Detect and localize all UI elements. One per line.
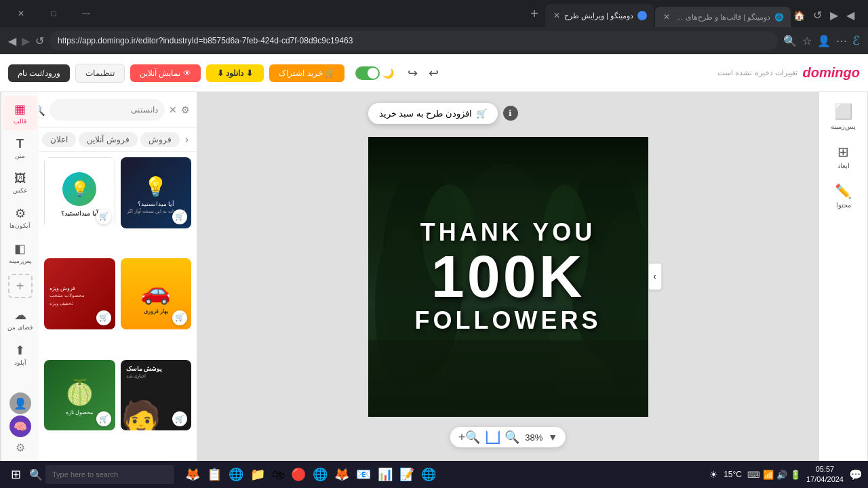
taskbar-icon-fox[interactable]: 🦊: [332, 466, 352, 483]
template-search-input[interactable]: [50, 99, 165, 121]
zoom-in-btn[interactable]: 🔍+: [458, 430, 481, 445]
register-btn[interactable]: ورود/ثبت نام: [8, 64, 70, 82]
addr-more-icon[interactable]: ⋯: [836, 35, 847, 47]
nav-reload[interactable]: ↺: [810, 7, 825, 23]
taskbar-icon-cat[interactable]: 🦊: [182, 466, 203, 483]
template-card-6[interactable]: 🍈 محصول تازه 🛒: [44, 360, 115, 431]
tab-sales[interactable]: فروش: [140, 132, 180, 147]
settings-small-btn[interactable]: ⚙: [13, 439, 28, 457]
profile-icon-area[interactable]: 👤: [9, 392, 31, 414]
addr-profile-icon[interactable]: 👤: [817, 35, 831, 47]
tab-online-sales[interactable]: فروش آنلاین: [79, 132, 137, 147]
taskbar-icon-store[interactable]: 🛍: [269, 466, 287, 483]
tool-dimensions[interactable]: ⊞ ابعاد: [823, 138, 865, 175]
info-icon[interactable]: ℹ: [503, 106, 518, 121]
r-tool-myspace[interactable]: ☁ فضای من: [3, 302, 37, 336]
tab-1[interactable]: 🌐 دومینگو | قالب‌ها و طرح‌های حرفه‌ ✕: [655, 7, 791, 27]
tab-1-favicon: 🌐: [774, 13, 784, 22]
taskbar-icon-folder[interactable]: 📁: [248, 466, 268, 483]
ai-brain-icon[interactable]: 🧠: [9, 415, 31, 437]
taskbar-icon-app4[interactable]: 🌐: [418, 466, 439, 483]
buy-subscription-btn[interactable]: 🛒 خرید اشتراک: [269, 64, 344, 82]
canvas-image[interactable]: THANK YOU 100K FOLLOWERS: [368, 137, 648, 417]
zoom-spinner: [486, 430, 499, 444]
network-icon[interactable]: 📶: [763, 470, 774, 480]
taskbar-icon-app3[interactable]: 📝: [397, 466, 417, 483]
battery-icon[interactable]: 🔋: [790, 470, 801, 480]
tab-notification[interactable]: اعلان: [42, 132, 76, 147]
left-toolbar: ⬜ پس‌زمینه ⊞ ابعاد ✏️ محتوا: [819, 92, 868, 461]
tool-background[interactable]: ⬜ پس‌زمینه: [823, 98, 865, 136]
add-tab-btn[interactable]: +: [525, 6, 544, 22]
theme-toggle[interactable]: 🌙: [355, 66, 394, 80]
template-3-cart[interactable]: 🛒: [172, 310, 187, 325]
taskbar-icon-edge[interactable]: 🌐: [226, 466, 246, 483]
tab-1-close[interactable]: ✕: [663, 12, 670, 22]
zoom-down-icon[interactable]: ▼: [548, 432, 557, 443]
taskbar-icon-red[interactable]: 🔴: [288, 466, 309, 483]
undo-btn[interactable]: ↩: [426, 63, 441, 83]
tab-2[interactable]: دومینگو | ویرایش طرح ✕: [545, 4, 654, 27]
addr-forward[interactable]: ▶: [22, 35, 30, 47]
search-icon[interactable]: 🔍: [39, 104, 45, 117]
start-button[interactable]: ⊞: [5, 464, 26, 485]
taskbar-icon-chrome[interactable]: 🌐: [310, 466, 330, 483]
tab-announcement[interactable]: اعلام: [39, 132, 39, 147]
collapse-panel-btn[interactable]: ›: [648, 263, 662, 290]
template-5-cart[interactable]: 🛒: [172, 411, 187, 426]
settings-btn[interactable]: تنظیمات: [75, 64, 125, 83]
taskbar-search-input[interactable]: [45, 465, 174, 484]
filter-icon[interactable]: ⚙: [181, 104, 190, 115]
zoom-controls: ▼ 38% 🔍 🔍+: [450, 427, 566, 447]
browser-chrome: ◀ ▶ ↺ 🏠 🌐 دومینگو | قالب‌ها و طرح‌های حر…: [0, 0, 868, 27]
win-maximize[interactable]: □: [38, 4, 69, 23]
toggle-track[interactable]: [355, 66, 380, 80]
nav-forward[interactable]: ▶: [827, 7, 841, 23]
template-label: قالب: [14, 118, 26, 125]
address-input[interactable]: [50, 31, 778, 50]
template-2-cart[interactable]: 🛒: [96, 209, 111, 224]
template-4-cart[interactable]: 🛒: [96, 310, 111, 325]
t5-text2: اجباری شد: [126, 373, 146, 379]
taskbar-icon-app2[interactable]: 📊: [375, 466, 395, 483]
preview-btn[interactable]: 👁 نمایش آنلاین: [130, 64, 201, 82]
zoom-out-btn[interactable]: 🔍: [505, 430, 519, 445]
nav-home[interactable]: 🏠: [791, 9, 808, 22]
t5-text1: پوشش ماسک: [126, 365, 163, 372]
right-panel: ⚙ ✕ 🔍 ‹ فروش فروش آنلاین اعلان اعلام ›: [0, 92, 197, 461]
r-tool-icons[interactable]: ⚙ آیکون‌ها: [3, 201, 37, 235]
template-card-5[interactable]: 🧑 پوشش ماسک اجباری شد 🛒: [121, 360, 192, 431]
keyboard-icon[interactable]: ⌨: [747, 470, 760, 480]
r-tool-photo[interactable]: 🖼 عکس: [3, 166, 37, 199]
template-card-1[interactable]: 💡 آیا میدانستید؟ این توانه به این نسخه آ…: [121, 157, 192, 228]
r-tool-background[interactable]: ◧ پس‌زمینه: [3, 236, 37, 270]
download-btn[interactable]: ⬇ دانلود ⬇: [206, 64, 264, 82]
r-tool-text[interactable]: T متن: [3, 131, 37, 165]
add-element-btn[interactable]: +: [8, 274, 33, 298]
volume-icon[interactable]: 🔊: [776, 470, 787, 480]
canvas-area: ℹ 🛒 افزودن طرح به سبد خرید: [197, 92, 819, 461]
tool-content[interactable]: ✏️ محتوا: [823, 178, 865, 214]
r-tool-template[interactable]: ▦ قالب: [3, 96, 37, 130]
add-to-cart-btn[interactable]: 🛒 افزودن طرح به سبد خرید: [368, 103, 498, 124]
tabs-nav-right[interactable]: ‹: [182, 132, 191, 147]
taskbar-search-icon[interactable]: 🔍: [29, 468, 43, 481]
addr-search-icon[interactable]: 🔍: [783, 35, 797, 47]
template-card-4[interactable]: فروش ویژه محصولات منتخب تخفیف ویژه 🛒: [44, 258, 115, 329]
taskbar-icon-app1[interactable]: 📧: [353, 466, 374, 483]
addr-star-icon[interactable]: ☆: [802, 35, 812, 47]
addr-back[interactable]: ◀: [8, 35, 16, 47]
win-close[interactable]: ✕: [5, 4, 37, 23]
template-card-2[interactable]: 💡 آیا میدانستید؟ 🛒: [44, 157, 115, 228]
win-minimize[interactable]: —: [71, 4, 102, 23]
tab-2-close[interactable]: ✕: [553, 11, 560, 20]
taskbar-icon-task[interactable]: 📋: [204, 466, 224, 483]
nav-back[interactable]: ◀: [844, 7, 857, 23]
template-card-3[interactable]: 🚗 بهار فروری 🛒: [121, 258, 192, 329]
redo-btn[interactable]: ↪: [405, 63, 420, 83]
r-tool-upload[interactable]: ⬆ آپلود: [3, 338, 37, 371]
template-6-cart[interactable]: 🛒: [96, 411, 111, 426]
addr-reload[interactable]: ↺: [35, 35, 44, 47]
template-1-cart[interactable]: 🛒: [172, 209, 187, 224]
notification-icon[interactable]: 💬: [849, 468, 863, 481]
